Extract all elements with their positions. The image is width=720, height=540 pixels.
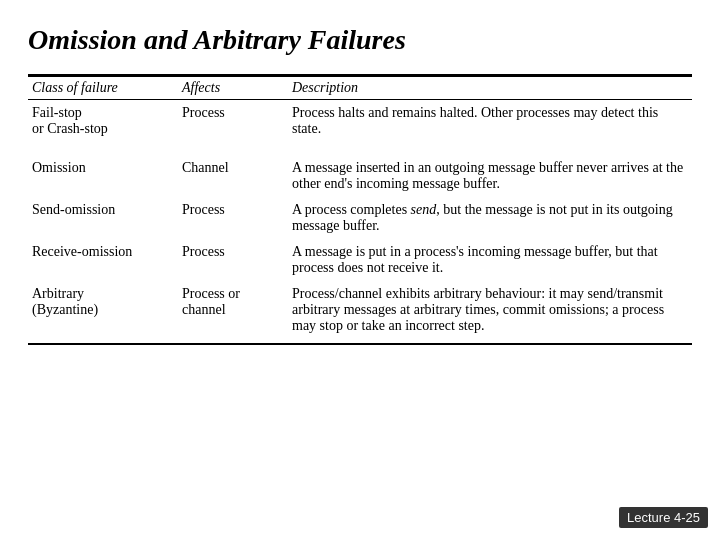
cell-description: A message inserted in an outgoing messag… [288,155,692,197]
cell-class: Fail-stop or Crash-stop [28,100,178,143]
page: Omission and Arbitrary Failures Class of… [0,0,720,540]
cell-class: Omission [28,155,178,197]
table-row: Receive-omissionProcessA message is put … [28,239,692,281]
header-description: Description [288,77,692,100]
table-row: Send-omissionProcessA process completes … [28,197,692,239]
cell-class: Receive-omission [28,239,178,281]
header-affects: Affects [178,77,288,100]
table-container: Class of failure Affects Description Fai… [28,74,692,345]
cell-description: Process/channel exhibits arbitrary behav… [288,281,692,339]
cell-affects: Process or channel [178,281,288,339]
cell-description: Process halts and remains halted. Other … [288,100,692,143]
failures-table: Class of failure Affects Description Fai… [28,76,692,339]
cell-class: Arbitrary (Byzantine) [28,281,178,339]
cell-description: A process completes send, but the messag… [288,197,692,239]
cell-class: Send-omission [28,197,178,239]
lecture-badge: Lecture 4-25 [619,507,708,528]
cell-affects: Channel [178,155,288,197]
table-row: Fail-stop or Crash-stopProcessProcess ha… [28,100,692,143]
cell-description: A message is put in a process's incoming… [288,239,692,281]
cell-affects: Process [178,100,288,143]
spacer-row [28,142,692,155]
table-row: OmissionChannelA message inserted in an … [28,155,692,197]
header-class: Class of failure [28,77,178,100]
cell-affects: Process [178,197,288,239]
table-body: Fail-stop or Crash-stopProcessProcess ha… [28,100,692,340]
table-header-row: Class of failure Affects Description [28,77,692,100]
bottom-rule [28,343,692,345]
page-title: Omission and Arbitrary Failures [28,24,692,56]
table-row: Arbitrary (Byzantine)Process or channelP… [28,281,692,339]
cell-affects: Process [178,239,288,281]
